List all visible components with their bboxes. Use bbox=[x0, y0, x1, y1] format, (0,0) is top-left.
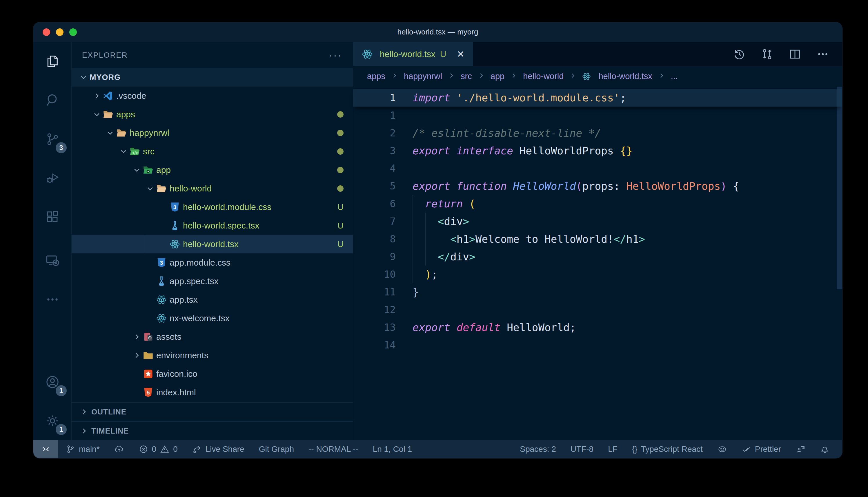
split-editor-icon[interactable] bbox=[788, 47, 802, 61]
editor-scrollbar[interactable] bbox=[837, 87, 842, 289]
status-eol[interactable]: LF bbox=[601, 440, 625, 458]
tree-item-label: app.spec.tsx bbox=[169, 276, 218, 286]
tree-item-apps[interactable]: apps bbox=[72, 105, 353, 124]
code-line[interactable]: 10 ); bbox=[353, 266, 842, 283]
tree-item-hello-world-tsx[interactable]: hello-world.tsxU bbox=[72, 235, 353, 253]
tree-item-myorg[interactable]: MYORG bbox=[72, 68, 353, 87]
status-indentation[interactable]: Spaces: 2 bbox=[512, 440, 563, 458]
breadcrumb-separator-icon bbox=[478, 72, 485, 81]
status-problems[interactable]: 00 bbox=[131, 440, 185, 458]
status-git-graph[interactable]: Git Graph bbox=[252, 440, 301, 458]
activity-bar-item-accounts[interactable]: 1 bbox=[33, 363, 71, 401]
status-feedback-smiley[interactable] bbox=[710, 440, 734, 458]
breadcrumb-label: hello-world bbox=[523, 72, 564, 81]
code-line[interactable]: 13export default HelloWorld; bbox=[353, 318, 842, 336]
breadcrumb-item-src[interactable]: src bbox=[461, 72, 472, 81]
status-bar: main*00Live ShareGit Graph-- NORMAL --Ln… bbox=[33, 440, 842, 458]
breadcrumb-item-hello-world[interactable]: hello-world bbox=[523, 72, 564, 81]
activity-bar-item-remote-explorer[interactable] bbox=[33, 241, 71, 280]
status-git-branch[interactable]: main* bbox=[58, 440, 107, 458]
tree-item-nx-welcome-tsx[interactable]: nx-welcome.tsx bbox=[72, 309, 353, 328]
close-window-button[interactable] bbox=[43, 28, 50, 36]
activity-bar-item-run-debug[interactable] bbox=[33, 158, 71, 197]
tree-item-happynrwl[interactable]: happynrwl bbox=[72, 124, 353, 142]
code-line-text: export default HelloWorld; bbox=[413, 318, 576, 336]
tree-item-hello-world-spec-tsx[interactable]: hello-world.spec.tsxU bbox=[72, 216, 353, 235]
close-tab-icon[interactable]: ✕ bbox=[457, 49, 465, 60]
activity-bar-item-extensions[interactable] bbox=[33, 197, 71, 236]
status-language-mode[interactable]: {}TypeScript React bbox=[625, 440, 710, 458]
tree-item-label: nx-welcome.tsx bbox=[169, 313, 230, 323]
status-sync-changes[interactable] bbox=[107, 440, 131, 458]
tab-hello-world-tsx[interactable]: hello-world.tsx U ✕ bbox=[353, 42, 473, 66]
breadcrumb-item-hello-world-tsx[interactable]: hello-world.tsx bbox=[582, 72, 652, 81]
tree-item-hello-world[interactable]: hello-world bbox=[72, 179, 353, 198]
tree-item-index-html[interactable]: 5index.html bbox=[72, 383, 353, 402]
tree-item-app[interactable]: app bbox=[72, 161, 353, 179]
code-line[interactable]: 2/* eslint-disable-next-line */ bbox=[353, 124, 842, 142]
tree-item-assets[interactable]: assets bbox=[72, 328, 353, 346]
tree-item-environments[interactable]: environments bbox=[72, 346, 353, 365]
breadcrumb-item-app[interactable]: app bbox=[491, 72, 505, 81]
breadcrumb-item-apps[interactable]: apps bbox=[367, 72, 385, 81]
code-line[interactable]: 8 <h1>Welcome to HelloWorld!</h1> bbox=[353, 230, 842, 248]
more-actions-icon[interactable] bbox=[816, 47, 829, 61]
tab-git-status-badge: U bbox=[440, 49, 446, 59]
code-line[interactable]: 6 return ( bbox=[353, 195, 842, 213]
sidebar-title: EXPLORER bbox=[82, 51, 128, 60]
breadcrumb-item-[interactable]: ... bbox=[671, 72, 678, 81]
check-double-icon bbox=[742, 444, 752, 454]
line-number: 10 bbox=[353, 266, 413, 283]
timeline-history-icon[interactable] bbox=[733, 47, 746, 61]
breadcrumb-item-happynrwl[interactable]: happynrwl bbox=[404, 72, 442, 81]
tree-item-vscode[interactable]: .vscode bbox=[72, 87, 353, 105]
ellipsis-icon bbox=[45, 292, 60, 307]
status-prettier[interactable]: Prettier bbox=[734, 440, 788, 458]
status-live-share[interactable]: Live Share bbox=[185, 440, 252, 458]
activity-bar-item-source-control[interactable]: 3 bbox=[33, 119, 71, 158]
status-language-mode-label: {} bbox=[632, 444, 637, 454]
tree-item-app-tsx[interactable]: app.tsx bbox=[72, 290, 353, 309]
activity-bar-item-explorer[interactable] bbox=[33, 42, 71, 81]
breadcrumb-separator-icon bbox=[391, 72, 398, 81]
zoom-window-button[interactable] bbox=[69, 28, 77, 36]
tree-item-app-module-css[interactable]: 3app.module.css bbox=[72, 253, 353, 272]
minimize-window-button[interactable] bbox=[56, 28, 64, 36]
liveshare-icon bbox=[192, 444, 202, 454]
status-cursor-position[interactable]: Ln 1, Col 1 bbox=[366, 440, 419, 458]
indent-guide bbox=[413, 195, 413, 283]
panel-header-timeline[interactable]: TIMELINE bbox=[72, 421, 353, 440]
views-and-more-actions-icon[interactable]: ··· bbox=[329, 49, 342, 61]
status-git-graph-label: Git Graph bbox=[259, 444, 294, 454]
tree-item-src[interactable]: </>src bbox=[72, 142, 353, 161]
code-line[interactable]: 5export function HelloWorld(props: Hello… bbox=[353, 177, 842, 195]
activity-bar-item-settings[interactable]: 1 bbox=[33, 401, 71, 440]
warning-icon bbox=[160, 444, 169, 454]
tree-item-app-spec-tsx[interactable]: app.spec.tsx bbox=[72, 272, 353, 290]
editor-actions bbox=[733, 42, 842, 66]
code-line[interactable]: 3export interface HelloWorldProps {} bbox=[353, 142, 842, 160]
status-screencast[interactable] bbox=[788, 440, 813, 458]
code-line[interactable]: 1 bbox=[353, 106, 842, 124]
tree-item-hello-world-module-css[interactable]: 3hello-world.module.cssU bbox=[72, 198, 353, 216]
code-line[interactable]: 12 bbox=[353, 301, 842, 318]
title-bar: hello-world.tsx — myorg bbox=[33, 22, 842, 42]
code-line[interactable]: 11} bbox=[353, 283, 842, 301]
tree-item-decoration bbox=[337, 111, 353, 117]
code-line[interactable]: 14 bbox=[353, 336, 842, 354]
activity-bar-item-more-views[interactable] bbox=[33, 280, 71, 319]
code-line[interactable]: 7 <div> bbox=[353, 213, 842, 230]
activity-bar-item-search[interactable] bbox=[33, 81, 71, 119]
open-changes-icon[interactable] bbox=[760, 47, 774, 61]
status-encoding[interactable]: UTF-8 bbox=[563, 440, 601, 458]
status-vim-mode[interactable]: -- NORMAL -- bbox=[301, 440, 366, 458]
panel-header-outline[interactable]: OUTLINE bbox=[72, 402, 353, 421]
code-editor[interactable]: 1import './hello-world.module.css';12/* … bbox=[353, 87, 842, 440]
status-remote-indicator[interactable] bbox=[33, 440, 58, 458]
code-line[interactable]: 4 bbox=[353, 160, 842, 177]
git-modified-dot bbox=[337, 185, 344, 192]
tree-item-favicon-ico[interactable]: favicon.ico bbox=[72, 365, 353, 383]
code-line[interactable]: 1import './hello-world.module.css'; bbox=[353, 89, 842, 106]
status-notifications[interactable] bbox=[813, 440, 837, 458]
code-line[interactable]: 9 </div> bbox=[353, 248, 842, 266]
